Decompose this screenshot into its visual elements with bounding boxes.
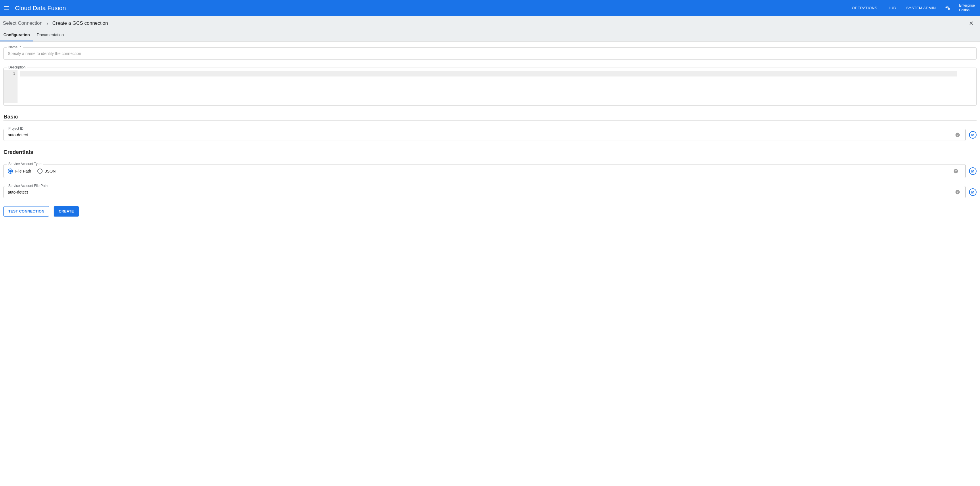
svg-text:?: ? <box>957 190 958 194</box>
radio-file-path-label: File Path <box>15 169 31 174</box>
top-nav: OPERATIONS HUB SYSTEM ADMIN Enterprise E… <box>846 0 980 16</box>
description-label: Description <box>6 65 27 69</box>
name-field-group: Name * <box>3 48 977 59</box>
service-account-type-label: Service Account Type <box>6 162 43 166</box>
help-icon[interactable]: ? <box>955 132 960 137</box>
breadcrumb-current: Create a GCS connection <box>52 21 108 26</box>
editor-current-line <box>20 71 957 76</box>
radio-icon <box>8 169 13 174</box>
nav-operations[interactable]: OPERATIONS <box>846 0 882 16</box>
button-row: TEST CONNECTION CREATE <box>3 206 977 217</box>
settings-icon[interactable] <box>941 0 955 16</box>
editor-gutter: 1 <box>4 70 18 103</box>
svg-text:?: ? <box>955 169 957 173</box>
project-id-row: Project ID ? M <box>3 129 977 141</box>
tabs: Configuration Documentation <box>0 30 980 41</box>
editor-area[interactable] <box>18 70 974 103</box>
form-body: Name * Description 1 Basic Project ID ? <box>0 42 980 228</box>
section-credentials-heading: Credentials <box>3 149 977 155</box>
service-account-file-path-input[interactable] <box>4 186 955 198</box>
svg-text:?: ? <box>957 133 958 137</box>
radio-icon <box>37 169 43 174</box>
macro-button[interactable]: M <box>969 188 977 196</box>
create-button[interactable]: CREATE <box>54 206 79 217</box>
test-connection-button[interactable]: TEST CONNECTION <box>3 206 49 217</box>
top-bar: Cloud Data Fusion OPERATIONS HUB SYSTEM … <box>0 0 980 16</box>
radio-file-path[interactable]: File Path <box>8 169 31 174</box>
svg-point-1 <box>948 8 950 10</box>
nav-system-admin[interactable]: SYSTEM ADMIN <box>901 0 941 16</box>
brand-title: Cloud Data Fusion <box>15 5 66 11</box>
project-id-label: Project ID <box>6 126 25 131</box>
edition-line2: Edition <box>959 8 975 13</box>
macro-button[interactable]: M <box>969 167 977 175</box>
svg-point-0 <box>947 6 948 8</box>
edition-label: Enterprise Edition <box>955 0 980 16</box>
menu-icon[interactable] <box>4 5 11 11</box>
service-account-file-path-group: Service Account File Path ? <box>3 186 966 198</box>
project-id-input[interactable] <box>4 129 955 140</box>
service-account-type-row: Service Account Type File Path JSON ? M <box>3 164 977 178</box>
section-basic-heading: Basic <box>3 113 977 120</box>
description-field-group: Description 1 <box>3 68 977 105</box>
tab-configuration[interactable]: Configuration <box>0 30 33 41</box>
close-icon[interactable]: ✕ <box>966 20 976 27</box>
service-account-type-group: Service Account Type File Path JSON ? <box>3 164 966 178</box>
line-number: 1 <box>4 71 15 76</box>
radio-json[interactable]: JSON <box>37 169 56 174</box>
breadcrumb-select-connection[interactable]: Select Connection <box>3 21 43 26</box>
nav-hub[interactable]: HUB <box>883 0 901 16</box>
project-id-field-group: Project ID ? <box>3 129 966 141</box>
radio-json-label: JSON <box>45 169 56 174</box>
tab-documentation[interactable]: Documentation <box>33 30 67 41</box>
help-icon[interactable]: ? <box>953 169 958 174</box>
help-icon[interactable]: ? <box>955 190 960 195</box>
macro-button[interactable]: M <box>969 131 977 139</box>
service-account-file-path-row: Service Account File Path ? M <box>3 186 977 198</box>
description-editor[interactable]: 1 <box>4 68 976 105</box>
edition-line1: Enterprise <box>959 3 975 8</box>
service-account-file-path-label: Service Account File Path <box>6 184 49 188</box>
breadcrumb: Select Connection › Create a GCS connect… <box>0 16 980 30</box>
chevron-right-icon: › <box>46 21 48 27</box>
sub-header: Select Connection › Create a GCS connect… <box>0 16 980 42</box>
editor-cursor <box>20 71 20 76</box>
name-label: Name * <box>6 45 23 49</box>
name-input[interactable] <box>4 48 976 59</box>
